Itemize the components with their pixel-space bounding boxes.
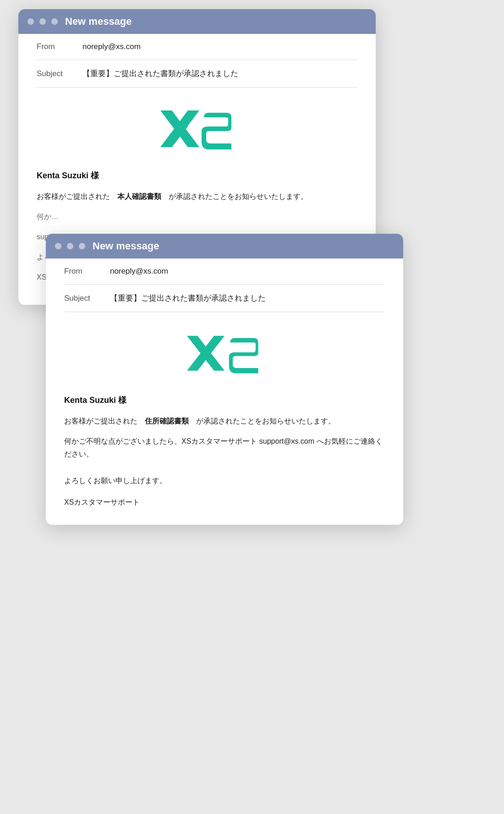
subject-field-2: Subject 【重要】ご提出された書類が承認されました	[64, 285, 385, 312]
title-bar-2: New message	[46, 234, 403, 258]
body-text-1: お客様がご提出された 本人確認書類 が承認されたことをお知らせいたします。	[37, 190, 357, 203]
from-value-2: noreply@xs.com	[110, 267, 168, 276]
title-bar-1: New message	[18, 9, 376, 34]
xs-logo-svg-2	[183, 330, 266, 381]
email-window-2: New message From noreply@xs.com Subject …	[46, 234, 403, 525]
support-text-2: 何かご不明な点がございましたら、XSカスタマーサポート support@xs.c…	[64, 435, 385, 461]
subject-value-2: 【重要】ご提出された書類が承認されました	[110, 293, 266, 303]
doc-type-2: 住所確認書類	[145, 417, 189, 425]
email-header-2: From noreply@xs.com Subject 【重要】ご提出された書類…	[46, 258, 403, 312]
dot-4	[55, 243, 61, 249]
doc-type-1: 本人確認書類	[117, 192, 161, 200]
dot-2	[39, 18, 46, 25]
subject-value-1: 【重要】ご提出された書類が承認されました	[82, 68, 238, 79]
body-text-2: お客様がご提出された 住所確認書類 が承認されたことをお知らせいたします。	[64, 415, 385, 428]
dot-5	[67, 243, 73, 249]
xs-logo-2	[64, 330, 385, 381]
subject-label-1: Subject	[37, 69, 82, 78]
from-field-1: From noreply@xs.com	[37, 34, 357, 60]
greeting-2: Kenta Suzuki 様	[64, 395, 385, 406]
greeting-1: Kenta Suzuki 様	[37, 170, 357, 181]
from-label-1: From	[37, 42, 82, 51]
from-value-1: noreply@xs.com	[82, 42, 141, 51]
subject-label-2: Subject	[64, 294, 110, 303]
body-truncated-1: 何か…	[37, 210, 357, 223]
yoroshiku-2: よろしくお願い申し上げます。	[64, 476, 385, 486]
subject-field-1: Subject 【重要】ご提出された書類が承認されました	[37, 60, 357, 88]
email-body-2: Kenta Suzuki 様 お客様がご提出された 住所確認書類 が承認されたこ…	[46, 312, 403, 525]
sign-off-2: XSカスタマーサポート	[64, 498, 385, 507]
window-title-2: New message	[93, 240, 159, 252]
email-header-1: From noreply@xs.com Subject 【重要】ご提出された書類…	[18, 34, 376, 88]
xs-logo-1	[37, 106, 357, 156]
dot-1	[27, 18, 34, 25]
from-field-2: From noreply@xs.com	[64, 258, 385, 285]
dot-6	[79, 243, 85, 249]
xs-logo-svg-1	[156, 106, 238, 156]
from-label-2: From	[64, 267, 110, 276]
window-title-1: New message	[65, 16, 132, 28]
dot-3	[51, 18, 58, 25]
